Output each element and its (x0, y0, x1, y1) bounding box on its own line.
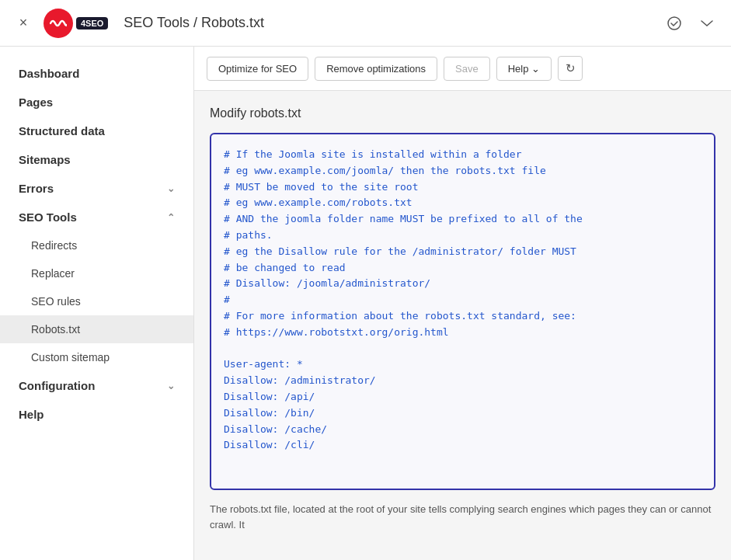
refresh-icon: ↻ (566, 61, 576, 75)
chevron-down-icon-config: ⌄ (167, 381, 175, 391)
logo-container: 4SEO (44, 9, 108, 38)
sidebar-item-custom-sitemap-label: Custom sitemap (31, 351, 110, 363)
sidebar-item-redirects-label: Redirects (31, 239, 77, 252)
help-label: Help (508, 63, 529, 75)
optimize-button[interactable]: Optimize for SEO (207, 57, 308, 81)
sidebar-item-robots-txt[interactable]: Robots.txt (0, 315, 193, 343)
sidebar-item-sitemaps[interactable]: Sitemaps (0, 145, 193, 174)
chevron-up-icon: ⌃ (167, 212, 175, 223)
expand-icon-button[interactable] (695, 12, 719, 35)
sidebar-item-replacer[interactable]: Replacer (0, 259, 193, 287)
sidebar-item-pages-label: Pages (19, 96, 53, 109)
chevron-down-icon: ⌄ (167, 183, 175, 194)
close-button[interactable]: × (12, 12, 34, 34)
content-area: Optimize for SEO Remove optimizations Sa… (194, 47, 731, 560)
robots-editor[interactable] (210, 133, 715, 490)
sidebar-item-custom-sitemap[interactable]: Custom sitemap (0, 343, 193, 371)
sidebar: Dashboard Pages Structured data Sitemaps… (0, 47, 194, 560)
sidebar-item-seo-rules-label: SEO rules (31, 295, 81, 308)
sidebar-item-configuration-label: Configuration (19, 379, 95, 392)
sidebar-item-help-label: Help (19, 408, 44, 421)
sidebar-item-seo-tools-label: SEO Tools (19, 210, 77, 224)
toolbar: Optimize for SEO Remove optimizations Sa… (194, 47, 731, 91)
sidebar-item-seo-tools[interactable]: SEO Tools ⌃ (0, 203, 193, 231)
help-button[interactable]: Help ⌄ (496, 57, 552, 81)
app-title: SEO Tools / Robots.txt (124, 15, 264, 31)
section-title: Modify robots.txt (210, 106, 715, 120)
sidebar-item-replacer-label: Replacer (31, 267, 75, 280)
remove-optimizations-button[interactable]: Remove optimizations (315, 57, 437, 81)
content-inner: Modify robots.txt The robots.txt file, l… (194, 91, 731, 560)
sidebar-item-seo-rules[interactable]: SEO rules (0, 287, 193, 315)
sidebar-item-structured-data[interactable]: Structured data (0, 117, 193, 145)
top-bar-icons (663, 12, 719, 35)
save-button[interactable]: Save (444, 57, 490, 81)
help-chevron-icon: ⌄ (531, 63, 540, 75)
logo-wave-icon (50, 17, 67, 30)
sidebar-item-robots-txt-label: Robots.txt (31, 323, 80, 336)
expand-icon (699, 16, 715, 31)
sidebar-item-configuration[interactable]: Configuration ⌄ (0, 371, 193, 400)
sidebar-item-dashboard[interactable]: Dashboard (0, 59, 193, 88)
sidebar-item-structured-data-label: Structured data (19, 124, 105, 137)
sidebar-item-sitemaps-label: Sitemaps (19, 153, 71, 166)
logo-circle (44, 9, 73, 38)
top-bar: × 4SEO SEO Tools / Robots.txt (0, 0, 731, 47)
sidebar-item-errors-label: Errors (19, 182, 54, 195)
check-icon-button[interactable] (663, 12, 686, 35)
description-text: The robots.txt file, located at the root… (210, 502, 715, 532)
sidebar-item-redirects[interactable]: Redirects (0, 231, 193, 259)
sidebar-item-errors[interactable]: Errors ⌄ (0, 174, 193, 203)
sidebar-item-dashboard-label: Dashboard (19, 67, 79, 80)
main-layout: Dashboard Pages Structured data Sitemaps… (0, 47, 731, 560)
check-circle-icon (667, 16, 682, 31)
refresh-button[interactable]: ↻ (558, 56, 583, 81)
svg-point-0 (668, 17, 681, 30)
editor-container (210, 133, 715, 492)
sidebar-item-help[interactable]: Help (0, 400, 193, 429)
logo-badge: 4SEO (76, 17, 108, 30)
sidebar-item-pages[interactable]: Pages (0, 88, 193, 117)
